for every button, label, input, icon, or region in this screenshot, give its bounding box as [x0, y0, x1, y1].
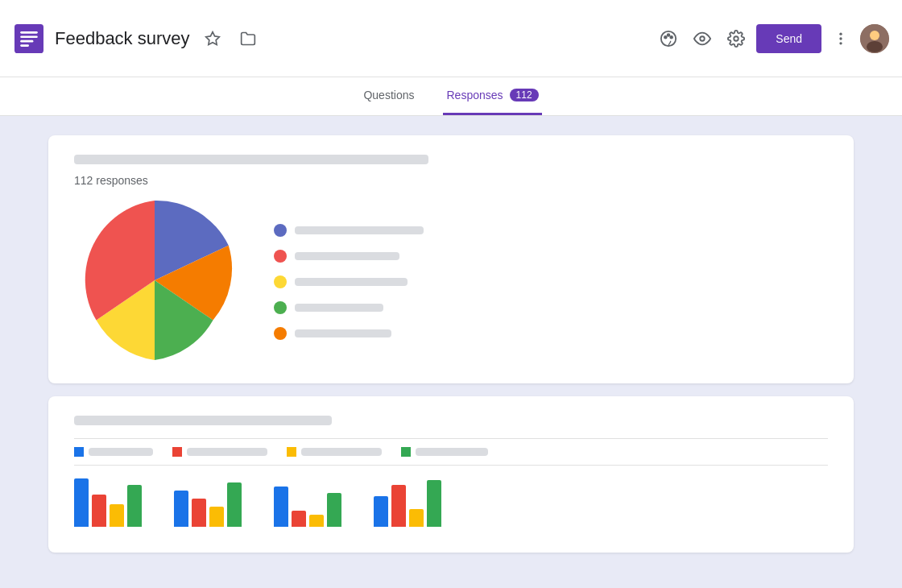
- legend-dot-red: [274, 250, 287, 263]
- bar-legend-1: [74, 447, 153, 457]
- bar-legend-label-4: [416, 448, 488, 456]
- question-title-bar-2: [74, 416, 332, 425]
- bar-3-1: [274, 487, 288, 527]
- page-title: Feedback survey: [55, 28, 190, 49]
- bar-4-3: [409, 509, 424, 527]
- bar-legend-4: [401, 447, 488, 457]
- bar-group-2: [174, 482, 242, 527]
- header-right: Send: [655, 24, 889, 53]
- bar-4-4: [427, 480, 441, 527]
- bar-legend-label-1: [89, 448, 153, 456]
- legend-label-bar-4: [295, 304, 383, 312]
- legend-dot-yellow: [274, 275, 287, 288]
- svg-rect-2: [20, 35, 38, 38]
- chart-legend-row: [74, 438, 828, 466]
- legend-item-3: [274, 275, 828, 288]
- svg-point-7: [664, 35, 667, 38]
- bar-1-2: [92, 495, 106, 527]
- bar-legend-square-yellow: [287, 447, 296, 457]
- bar-legend-label-3: [301, 448, 382, 456]
- legend-dot-orange: [274, 327, 287, 340]
- legend-item-4: [274, 301, 828, 314]
- bar-legend-3: [287, 447, 382, 457]
- tab-responses[interactable]: Responses 112: [443, 77, 541, 115]
- bar-1-1: [74, 478, 89, 527]
- bar-legend-square-red: [172, 447, 182, 457]
- pie-legend: [274, 224, 828, 340]
- palette-button[interactable]: [655, 25, 682, 52]
- tabs-nav: Questions Responses 112: [0, 77, 902, 116]
- bar-group-3: [274, 487, 341, 527]
- bar-2-1: [174, 491, 188, 527]
- responses-count: 112 responses: [74, 174, 828, 187]
- bar-3-2: [292, 511, 306, 527]
- response-count-badge: 112: [510, 89, 539, 101]
- preview-button[interactable]: [689, 25, 716, 52]
- svg-point-11: [734, 36, 739, 41]
- legend-label-bar-5: [295, 329, 391, 337]
- bar-2-4: [227, 482, 242, 527]
- svg-rect-4: [20, 44, 29, 47]
- svg-point-10: [701, 36, 705, 41]
- svg-point-16: [870, 31, 879, 40]
- bar-legend-square-green: [401, 447, 411, 457]
- svg-rect-1: [20, 31, 38, 34]
- tab-questions[interactable]: Questions: [360, 77, 417, 115]
- doc-icon: [13, 23, 45, 55]
- header-left: Feedback survey: [13, 23, 655, 55]
- star-button[interactable]: [200, 26, 226, 52]
- pie-chart: [74, 200, 235, 364]
- settings-button[interactable]: [722, 25, 750, 52]
- svg-marker-5: [205, 31, 219, 44]
- bar-3-4: [327, 493, 341, 527]
- bar-group-1: [74, 478, 142, 527]
- bar-4-2: [391, 485, 406, 527]
- header: Feedback survey: [0, 0, 902, 77]
- bar-1-3: [110, 504, 124, 527]
- bar-legend-square-blue: [74, 447, 84, 457]
- legend-label-bar-3: [295, 278, 408, 286]
- main-content: 112 responses: [0, 116, 902, 588]
- bar-1-4: [127, 485, 142, 527]
- legend-item-5: [274, 327, 828, 340]
- legend-label-bar-1: [295, 226, 424, 234]
- chart-section: [74, 200, 828, 364]
- svg-point-12: [839, 32, 842, 35]
- avatar[interactable]: [860, 24, 889, 53]
- bar-legend-label-2: [187, 448, 267, 456]
- send-button[interactable]: Send: [756, 24, 821, 53]
- bar-legend-2: [172, 447, 267, 457]
- legend-dot-blue: [274, 224, 287, 237]
- legend-label-bar-2: [295, 252, 399, 260]
- svg-rect-3: [20, 39, 33, 42]
- question-title-bar: [74, 155, 428, 164]
- bar-2-2: [192, 499, 206, 527]
- svg-point-13: [839, 37, 842, 39]
- svg-point-17: [867, 41, 883, 52]
- bar-3-3: [309, 515, 324, 527]
- legend-item-2: [274, 250, 828, 263]
- svg-rect-0: [14, 24, 43, 53]
- legend-dot-green: [274, 301, 287, 314]
- more-button[interactable]: [828, 26, 854, 52]
- svg-point-8: [668, 34, 670, 36]
- legend-item-1: [274, 224, 828, 237]
- bar-4-1: [374, 496, 388, 527]
- svg-point-14: [839, 42, 842, 44]
- folder-button[interactable]: [235, 26, 261, 52]
- pie-chart-card: 112 responses: [48, 135, 854, 383]
- svg-point-9: [671, 35, 673, 38]
- bar-chart-row: [74, 478, 828, 533]
- bar-chart-card: [48, 396, 854, 553]
- bar-2-3: [209, 507, 224, 527]
- bar-group-4: [374, 480, 441, 527]
